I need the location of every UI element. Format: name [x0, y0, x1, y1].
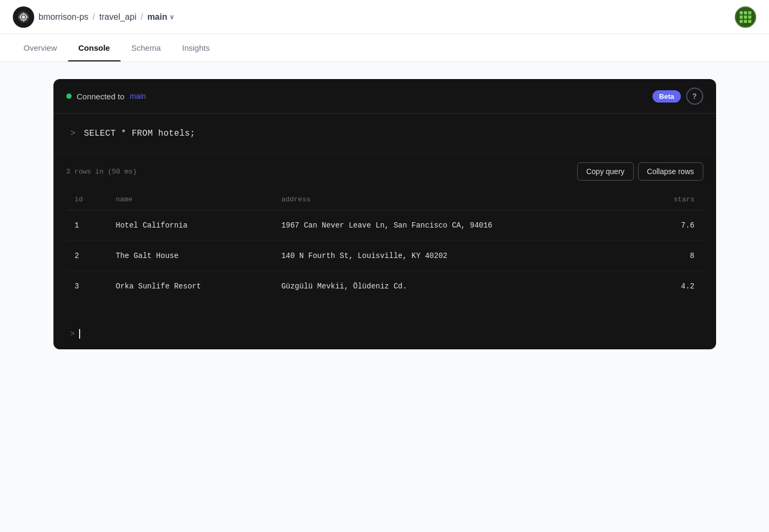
- main-content: Connected to main Beta ? > SELECT * FROM…: [0, 62, 769, 532]
- tab-overview[interactable]: Overview: [13, 35, 68, 61]
- cell-name: Orka Sunlife Resort: [107, 271, 273, 302]
- tab-console[interactable]: Console: [68, 35, 121, 61]
- logo[interactable]: [13, 6, 34, 28]
- header: bmorrison-ps / travel_api / main ∨: [0, 0, 769, 34]
- chevron-down-icon: ∨: [169, 13, 174, 21]
- org-name[interactable]: bmorrison-ps: [38, 12, 88, 22]
- status-right: Beta ?: [653, 88, 703, 105]
- avatar-grid: [740, 11, 751, 23]
- query-prompt: >: [71, 129, 76, 138]
- table-row: 1Hotel California1967 Can Never Leave Ln…: [66, 210, 703, 241]
- cursor-prompt: >: [71, 330, 75, 338]
- col-address: address: [273, 189, 641, 210]
- results-panel: 3 rows in (50 ms) Copy query Collapse ro…: [53, 154, 716, 318]
- cell-name: The Galt House: [107, 241, 273, 271]
- breadcrumb: bmorrison-ps / travel_api / main ∨: [38, 12, 174, 22]
- results-actions: Copy query Collapse rows: [577, 162, 703, 181]
- collapse-rows-button[interactable]: Collapse rows: [638, 162, 703, 181]
- project-name[interactable]: travel_api: [99, 12, 136, 22]
- col-name: name: [107, 189, 273, 210]
- status-bar: Connected to main Beta ?: [53, 79, 716, 114]
- svg-point-0: [22, 15, 25, 19]
- results-header: 3 rows in (50 ms) Copy query Collapse ro…: [66, 154, 703, 189]
- cell-id: 3: [66, 271, 107, 302]
- connection-dot: [66, 93, 72, 99]
- table-header: id name address stars: [66, 189, 703, 210]
- breadcrumb-sep-1: /: [92, 12, 95, 22]
- avatar-dot: [744, 15, 747, 19]
- query-line: > SELECT * FROM hotels;: [71, 129, 699, 138]
- beta-badge: Beta: [653, 90, 680, 103]
- branch-name: main: [147, 12, 167, 22]
- branch-link[interactable]: main: [130, 92, 146, 100]
- avatar-dot: [740, 11, 743, 14]
- table-row: 2The Galt House140 N Fourth St, Louisvil…: [66, 241, 703, 271]
- cell-id: 1: [66, 210, 107, 241]
- avatar-dot: [748, 11, 751, 14]
- help-button[interactable]: ?: [686, 88, 703, 105]
- table-row: 3Orka Sunlife ResortGüzgülü Mevkii, Ölüd…: [66, 271, 703, 302]
- cell-stars: 4.2: [642, 271, 703, 302]
- console-panel: Connected to main Beta ? > SELECT * FROM…: [53, 79, 716, 349]
- cell-stars: 8: [642, 241, 703, 271]
- connected-label: Connected to: [77, 92, 125, 101]
- tab-insights[interactable]: Insights: [172, 35, 221, 61]
- breadcrumb-sep-2: /: [141, 12, 143, 22]
- branch-selector[interactable]: main ∨: [147, 12, 174, 22]
- avatar-dot: [740, 15, 743, 19]
- header-left: bmorrison-ps / travel_api / main ∨: [13, 6, 174, 28]
- avatar-dot: [744, 20, 747, 23]
- avatar-dot: [744, 11, 747, 14]
- results-info: 3 rows in (50 ms): [66, 168, 137, 176]
- results-table: id name address stars 1Hotel California1…: [66, 189, 703, 301]
- cursor-area[interactable]: >: [53, 318, 716, 349]
- cell-address: 1967 Can Never Leave Ln, San Fancisco CA…: [273, 210, 641, 241]
- avatar-dot: [740, 20, 743, 23]
- avatar[interactable]: [735, 6, 756, 28]
- avatar-dot: [748, 20, 751, 23]
- col-id: id: [66, 189, 107, 210]
- cursor-bar: [79, 329, 80, 339]
- tab-bar: Overview Console Schema Insights: [0, 34, 769, 62]
- query-area[interactable]: > SELECT * FROM hotels;: [53, 114, 716, 154]
- tab-schema[interactable]: Schema: [121, 35, 172, 61]
- status-left: Connected to main: [66, 92, 146, 101]
- avatar-dot: [748, 15, 751, 19]
- cell-id: 2: [66, 241, 107, 271]
- table-header-row: id name address stars: [66, 189, 703, 210]
- cell-address: Güzgülü Mevkii, Ölüdeniz Cd.: [273, 271, 641, 302]
- query-text: SELECT * FROM hotels;: [84, 129, 195, 138]
- cell-address: 140 N Fourth St, Louisville, KY 40202: [273, 241, 641, 271]
- col-stars: stars: [642, 189, 703, 210]
- copy-query-button[interactable]: Copy query: [577, 162, 634, 181]
- table-body: 1Hotel California1967 Can Never Leave Ln…: [66, 210, 703, 302]
- cell-stars: 7.6: [642, 210, 703, 241]
- cell-name: Hotel California: [107, 210, 273, 241]
